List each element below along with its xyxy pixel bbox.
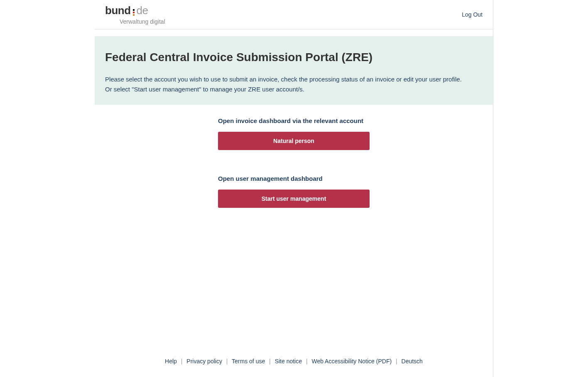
footer-link-privacy[interactable]: Privacy policy — [186, 358, 222, 365]
footer-link-help[interactable]: Help — [165, 358, 177, 365]
footer: Help | Privacy policy | Terms of use | S… — [95, 350, 493, 377]
main-content: Open invoice dashboard via the relevant … — [218, 117, 370, 350]
logo-text-bund: bund — [105, 4, 131, 17]
user-management-heading: Open user management dashboard — [218, 175, 370, 182]
banner-instruction-2: Or select "Start user management" to man… — [105, 84, 483, 94]
footer-separator: | — [306, 358, 308, 365]
page-title: Federal Central Invoice Submission Porta… — [105, 51, 483, 64]
logo-text-de: de — [137, 4, 148, 17]
logo-subtitle: Verwaltung digital — [120, 18, 165, 25]
footer-separator: | — [226, 358, 228, 365]
invoice-dashboard-heading: Open invoice dashboard via the relevant … — [218, 117, 370, 124]
start-user-management-button[interactable]: Start user management — [218, 190, 370, 208]
footer-separator: | — [396, 358, 397, 365]
footer-separator: | — [269, 358, 271, 365]
footer-link-terms[interactable]: Terms of use — [232, 358, 265, 365]
header: bund de Verwaltung digital Log Out — [95, 0, 493, 30]
footer-link-deutsch[interactable]: Deutsch — [402, 358, 423, 365]
logout-link[interactable]: Log Out — [462, 11, 483, 18]
banner: Federal Central Invoice Submission Porta… — [95, 36, 493, 105]
footer-link-accessibility[interactable]: Web Accessibility Notice (PDF) — [311, 358, 392, 365]
logo-dots-icon — [133, 9, 135, 16]
natural-person-button[interactable]: Natural person — [218, 132, 370, 150]
footer-separator: | — [181, 358, 183, 365]
footer-link-site-notice[interactable]: Site notice — [275, 358, 302, 365]
logo: bund de Verwaltung digital — [105, 4, 165, 25]
banner-instruction-1: Please select the account you wish to us… — [105, 74, 483, 84]
